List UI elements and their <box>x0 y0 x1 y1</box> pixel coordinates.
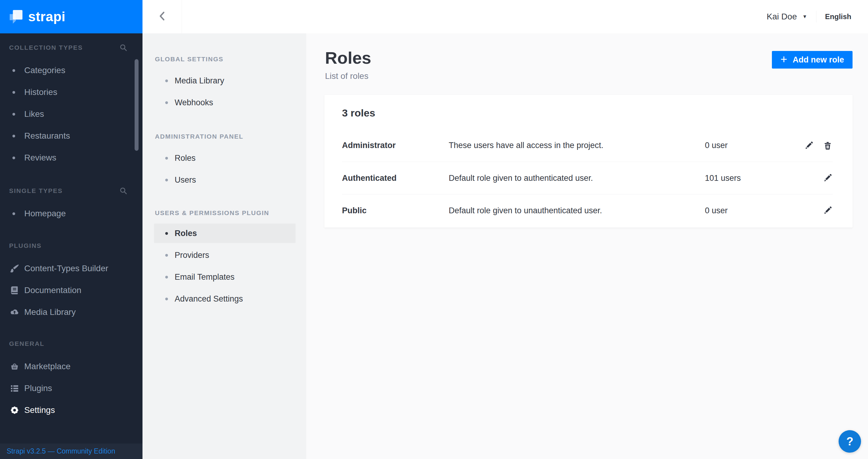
settings-item-label: Roles <box>175 229 197 238</box>
question-mark-icon: ? <box>846 435 853 448</box>
section-single-types: SINGLE TYPES <box>9 186 127 195</box>
table-row-administrator[interactable]: Administrator These users have all acces… <box>342 129 833 162</box>
main-sidebar: strapi COLLECTION TYPES Categories Histo… <box>0 0 143 459</box>
chevron-left-icon <box>159 11 166 22</box>
sidebar-item-label: Restaurants <box>24 131 70 141</box>
role-user-count: 0 user <box>705 141 799 150</box>
sidebar-item-reviews[interactable]: Reviews <box>9 147 127 169</box>
sidebar-scrollbar[interactable] <box>134 59 138 151</box>
sidebar-item-label: Reviews <box>24 153 56 163</box>
settings-item-label: Roles <box>175 153 195 163</box>
divider <box>816 11 816 23</box>
settings-item-media-library[interactable]: Media Library <box>143 70 306 92</box>
table-row-public[interactable]: Public Default role given to unauthentic… <box>342 194 833 227</box>
roles-count: 3 roles <box>342 95 833 119</box>
bullet-icon <box>165 80 168 82</box>
bullet-icon <box>165 179 168 181</box>
bullet-icon <box>12 69 15 72</box>
settings-item-webhooks[interactable]: Webhooks <box>143 92 306 113</box>
role-description: These users have all access in the proje… <box>449 141 705 150</box>
section-title: PLUGINS <box>9 242 41 249</box>
role-description: Default role given to authenticated user… <box>449 174 705 183</box>
section-general: GENERAL <box>9 339 127 348</box>
search-icon[interactable] <box>120 44 127 52</box>
table-row-authenticated[interactable]: Authenticated Default role given to auth… <box>342 162 833 194</box>
role-user-count: 101 users <box>705 174 799 183</box>
sidebar-item-label: Documentation <box>24 285 81 295</box>
sidebar-item-label: Plugins <box>24 383 52 393</box>
user-name: Kai Doe <box>767 12 797 22</box>
add-new-role-label: Add new role <box>793 55 844 65</box>
settings-section-global: GLOBAL SETTINGS <box>155 55 306 64</box>
settings-item-email-templates[interactable]: Email Templates <box>143 266 306 288</box>
settings-item-advanced-settings[interactable]: Advanced Settings <box>143 288 306 310</box>
bullet-icon <box>12 91 15 94</box>
add-new-role-button[interactable]: + Add new role <box>772 51 852 68</box>
edit-icon[interactable] <box>823 173 833 183</box>
bullet-icon <box>12 135 15 137</box>
sidebar-item-label: Homepage <box>24 209 66 219</box>
strapi-logo-icon <box>9 10 23 24</box>
sidebar-item-media-library[interactable]: Media Library <box>9 301 127 323</box>
settings-item-label: Advanced Settings <box>175 294 243 304</box>
settings-item-label: Webhooks <box>175 98 213 107</box>
role-name: Public <box>342 206 449 216</box>
chevron-down-icon: ▼ <box>802 14 807 20</box>
edit-icon[interactable] <box>823 205 833 216</box>
sidebar-item-settings[interactable]: Settings <box>9 399 127 421</box>
search-icon[interactable] <box>120 187 127 195</box>
settings-section-admin-panel: ADMINISTRATION PANEL <box>155 132 306 141</box>
list-icon <box>9 384 20 393</box>
row-actions <box>799 140 833 151</box>
role-name: Administrator <box>342 141 449 150</box>
user-menu[interactable]: Kai Doe ▼ <box>767 12 807 22</box>
sidebar-item-label: Likes <box>24 109 44 119</box>
help-button[interactable]: ? <box>839 430 861 453</box>
roles-table: Administrator These users have all acces… <box>342 129 833 227</box>
bullet-icon <box>165 276 168 279</box>
sidebar-item-likes[interactable]: Likes <box>9 103 127 125</box>
sidebar-item-histories[interactable]: Histories <box>9 81 127 103</box>
settings-item-label: Media Library <box>175 76 224 86</box>
plus-icon: + <box>780 53 787 65</box>
strapi-logo[interactable]: strapi <box>0 0 143 33</box>
bullet-icon <box>12 156 15 159</box>
section-title: COLLECTION TYPES <box>9 44 83 51</box>
settings-item-providers[interactable]: Providers <box>143 244 306 266</box>
sidebar-item-categories[interactable]: Categories <box>9 59 127 81</box>
language-selector[interactable]: English <box>825 12 851 21</box>
sidebar-item-label: Media Library <box>24 307 76 317</box>
bullet-icon <box>12 113 15 116</box>
sidebar-nav: COLLECTION TYPES Categories Histories Li… <box>0 43 143 421</box>
sidebar-item-plugins[interactable]: Plugins <box>9 377 127 399</box>
settings-item-admin-roles[interactable]: Roles <box>143 147 306 169</box>
bullet-icon <box>165 157 168 160</box>
basket-icon <box>9 362 20 371</box>
settings-menu: GLOBAL SETTINGS Media Library Webhooks A… <box>143 33 306 459</box>
sidebar-item-marketplace[interactable]: Marketplace <box>9 355 127 377</box>
settings-item-admin-users[interactable]: Users <box>143 169 306 191</box>
logo-wordmark: strapi <box>28 9 65 24</box>
role-description: Default role given to unauthenticated us… <box>449 206 705 216</box>
delete-icon[interactable] <box>823 140 833 151</box>
role-user-count: 0 user <box>705 206 799 216</box>
sidebar-item-label: Categories <box>24 65 65 75</box>
back-button[interactable] <box>143 0 182 33</box>
sidebar-item-documentation[interactable]: Documentation <box>9 279 127 301</box>
sidebar-item-homepage[interactable]: Homepage <box>9 203 127 225</box>
section-title: SINGLE TYPES <box>9 187 63 195</box>
sidebar-item-content-types-builder[interactable]: Content-Types Builder <box>9 258 127 279</box>
settings-item-label: Providers <box>175 251 209 260</box>
gear-icon <box>9 405 20 415</box>
sidebar-item-restaurants[interactable]: Restaurants <box>9 125 127 147</box>
settings-item-up-roles[interactable]: Roles <box>154 224 296 243</box>
edit-icon[interactable] <box>804 140 814 151</box>
cloud-upload-icon <box>9 307 20 317</box>
sidebar-item-label: Content-Types Builder <box>24 264 108 273</box>
version-link[interactable]: Strapi v3.2.5 — Community Edition <box>7 447 115 455</box>
page-subtitle: List of roles <box>325 71 371 81</box>
sidebar-item-label: Histories <box>24 87 57 97</box>
page-header: Roles List of roles <box>325 48 371 81</box>
sidebar-footer: Strapi v3.2.5 — Community Edition <box>0 443 143 459</box>
settings-item-label: Users <box>175 175 196 185</box>
